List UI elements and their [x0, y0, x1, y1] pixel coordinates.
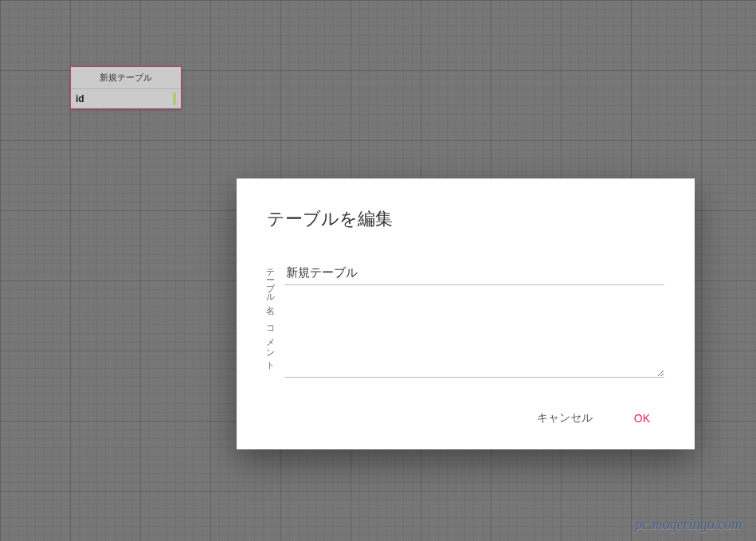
table-name-label: テーブル名	[267, 263, 276, 301]
ok-button[interactable]: OK	[626, 405, 658, 432]
cancel-button[interactable]: キャンセル	[529, 405, 601, 432]
dialog-actions: キャンセル OK	[267, 405, 664, 432]
comment-input[interactable]	[284, 320, 664, 378]
field-table-name: テーブル名	[267, 263, 664, 301]
table-name-input[interactable]	[284, 263, 664, 285]
watermark-text: pc.mogeringo.com	[635, 516, 742, 533]
field-comment: コメント	[267, 320, 664, 381]
dialog-title: テーブルを編集	[267, 207, 664, 231]
edit-table-dialog: テーブルを編集 テーブル名 コメント キャンセル OK	[237, 178, 695, 449]
comment-label: コメント	[267, 320, 276, 381]
